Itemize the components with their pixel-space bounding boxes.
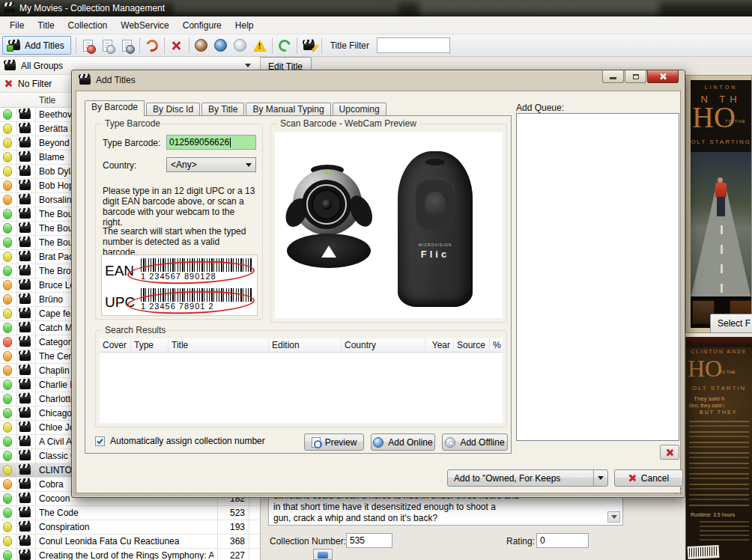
chevron-down-icon[interactable] (245, 64, 251, 67)
collection-number-input[interactable] (346, 533, 392, 548)
menu-item[interactable]: Help (228, 16, 261, 34)
table-row[interactable]: Conspiration 193 (0, 520, 260, 535)
auto-assign-option[interactable]: Automatically assign collection number (95, 436, 265, 446)
tab[interactable]: By Manual Typing (246, 103, 330, 116)
window-title: My Movies - Collection Management (19, 3, 165, 13)
disc-blue-icon (214, 39, 227, 52)
add-to-owned-dropdown-button[interactable]: Add to "Owned, For Keeps (447, 469, 608, 487)
tab[interactable]: By Disc Id (146, 103, 200, 116)
table-row[interactable]: Conul Leonida Fata Cu Reactiunea 368 (0, 535, 260, 549)
country-value: <Any> (171, 159, 197, 170)
search-results-column-header[interactable]: Country (342, 338, 425, 352)
report-globe-button[interactable] (79, 36, 98, 55)
edit-title-tool-button[interactable] (300, 36, 319, 55)
cover-image-front: LINTON N TH HO TO THE OLT STARTING SPECI… (685, 75, 752, 333)
status-pill-icon (3, 308, 12, 319)
checkbox-checked-icon[interactable] (95, 436, 105, 446)
preview-button[interactable]: Preview (304, 433, 364, 451)
search-results-column-header[interactable]: Cover (100, 338, 131, 352)
status-pill-icon (3, 380, 12, 390)
dialog-titlebar[interactable]: Add Titles (79, 75, 136, 85)
country-dropdown[interactable]: <Any> (166, 157, 256, 172)
menu-item[interactable]: WebService (114, 16, 175, 34)
menu-item[interactable]: Collection (61, 16, 115, 34)
document-disc-dark-icon (122, 40, 132, 52)
cover-tool-button[interactable] (313, 549, 333, 560)
status-pill-icon (3, 109, 12, 120)
sync-button[interactable] (142, 36, 162, 55)
import-disc-button[interactable] (118, 36, 137, 55)
cancel-button[interactable]: Cancel (614, 469, 683, 487)
movie-clapper-icon (19, 309, 31, 318)
movie-clapper-icon (19, 437, 31, 446)
barcode-input[interactable]: 012569056626 (166, 135, 256, 150)
add-titles-label: Add Titles (25, 40, 64, 51)
cover-text: Runtime: 3.5 hours (691, 512, 735, 517)
disc-tool-3-button[interactable] (231, 36, 250, 55)
disc-tool-1-button[interactable] (192, 36, 211, 55)
table-row[interactable]: Creating the Lord of the Rings Symphony:… (0, 549, 260, 560)
add-online-button[interactable]: Add Online (371, 433, 435, 451)
search-results-column-header[interactable]: Edition (269, 338, 342, 352)
status-pill-icon (3, 152, 12, 162)
comment-line: gun, crack a whip and stand on it's back… (273, 513, 606, 524)
minimize-button[interactable] (602, 70, 624, 83)
barcode-value: 012569056626 (169, 137, 229, 147)
add-titles-button[interactable]: Add Titles (2, 36, 71, 55)
status-pill-icon (3, 266, 12, 276)
movie-clapper-icon (19, 352, 31, 361)
movie-clapper-icon (19, 252, 31, 261)
add-offline-label: Add Offline (460, 437, 504, 448)
add-offline-button[interactable]: Add Offline (442, 433, 508, 451)
disc-pale-icon (234, 39, 246, 52)
scroll-down-button[interactable] (607, 511, 620, 523)
red-x-icon (666, 448, 674, 457)
toolbar-separator (76, 37, 76, 54)
search-results-list[interactable] (100, 353, 503, 423)
cover-text: TO THE (725, 119, 746, 124)
status-pill-icon (3, 394, 12, 404)
tab[interactable]: By Title (201, 103, 244, 116)
document-globe-icon (83, 40, 93, 52)
cover-text: BUT THEY (700, 410, 737, 415)
search-results-column-header[interactable]: Year (425, 338, 454, 352)
refresh-button[interactable] (275, 36, 294, 55)
status-pill-icon (3, 493, 12, 504)
export-disc-button[interactable] (98, 36, 118, 55)
title-filter-label: Title Filter (330, 40, 369, 51)
tab[interactable]: By Barcode (85, 100, 145, 116)
dropdown-split[interactable] (593, 470, 607, 486)
search-results-header: Cover Type Title Edition Country Year So… (100, 338, 503, 353)
search-results-column-header[interactable]: Source (454, 338, 490, 352)
movie-clapper-icon (19, 466, 31, 475)
restore-button[interactable] (625, 70, 646, 83)
disc-blue-glyph (318, 552, 328, 559)
menu-item[interactable]: Title (31, 16, 61, 34)
movie-clapper-icon (19, 153, 31, 162)
disc-tool-2-button[interactable] (211, 36, 231, 55)
menu-item[interactable]: File (3, 16, 31, 34)
warning-triangle-icon (253, 40, 267, 52)
movie-title: Creating the Lord of the Rings Symphony:… (39, 549, 213, 560)
delete-button[interactable] (167, 36, 187, 55)
tab[interactable]: Upcoming (333, 103, 386, 116)
rating-input[interactable] (536, 533, 589, 548)
close-button[interactable] (647, 70, 679, 83)
select-front-button[interactable]: Select F (710, 314, 752, 333)
search-results-column-header[interactable]: Type (131, 338, 169, 352)
search-results-column-header[interactable]: Title (169, 338, 269, 352)
queue-remove-button[interactable] (660, 445, 679, 460)
text-caret (230, 138, 231, 147)
movie-clapper-icon (19, 423, 31, 432)
background-window-remnant (419, 1, 659, 14)
sync-arrows-icon (144, 37, 160, 53)
movie-clapper-icon (19, 167, 31, 176)
table-row[interactable]: The Code 523 (0, 506, 260, 520)
front-cover-photo: LINTON N TH HO TO THE OLT STARTING SPECI… (691, 80, 751, 328)
search-results-column-header[interactable]: % (490, 338, 503, 352)
add-queue-list[interactable] (516, 113, 679, 441)
menu-item[interactable]: Configure (176, 16, 228, 34)
resize-grip[interactable] (675, 487, 682, 495)
warnings-button[interactable] (250, 36, 270, 55)
title-filter-input[interactable] (377, 37, 450, 53)
